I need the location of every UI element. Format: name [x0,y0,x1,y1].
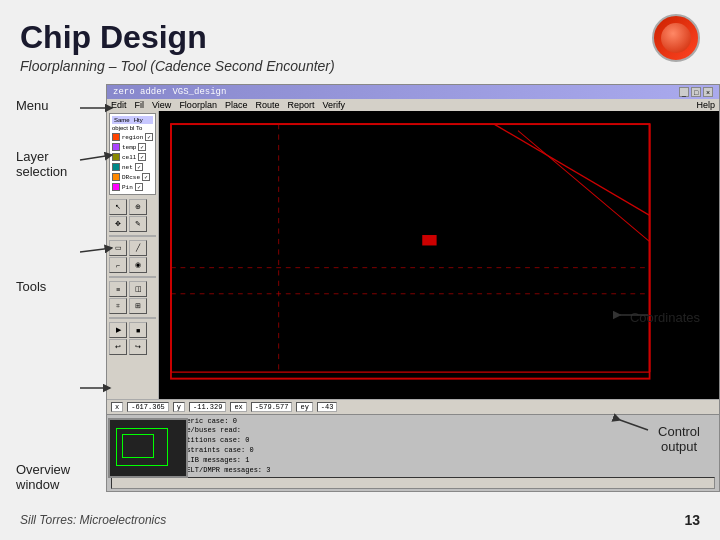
tool-btn-zoom[interactable]: ⊕ [129,199,147,215]
footer-page-number: 13 [684,512,700,528]
layer-row-pin: Pin [112,182,153,192]
tool-btn-edit[interactable]: ✎ [129,216,147,232]
cad-sidebar: Same Hty object bl To region temp [107,111,159,398]
cad-win-controls: _ □ × [679,87,713,97]
layer-row-net: net [112,162,153,172]
label-tools: Tools [16,279,106,294]
tool-btn-undo[interactable]: ↩ [109,339,127,355]
menu-help[interactable]: Help [696,100,715,110]
status-y-value: -11.329 [189,402,226,412]
tools-panel: ↖ ⊕ ✥ ✎ ▭ ╱ ⌐ [107,197,158,398]
menu-report[interactable]: Report [287,100,314,110]
page-title: Chip Design [20,18,700,56]
coordinates-label: Coordinates [630,310,700,325]
menu-place[interactable]: Place [225,100,248,110]
menu-fil[interactable]: Fil [135,100,145,110]
layer-name-temp: temp [122,144,136,151]
layer-name-pin: Pin [122,184,133,191]
overview-rect-inner [122,434,154,458]
console-line-2: ## 1 Number of wire/buses read: [111,426,715,436]
status-ex-value: -579.577 [251,402,293,412]
layer-color-cell [112,153,120,161]
svg-line-6 [518,131,650,242]
layer-row-temp: temp [112,142,153,152]
canvas-svg [159,111,719,398]
cad-titlebar: zero adder VGS_design _ □ × [107,85,719,99]
cad-canvas[interactable] [159,111,719,398]
page-background: Chip Design Floorplanning – Tool (Cadenc… [0,0,720,492]
tool-row-2: ✥ ✎ [109,216,156,232]
layer-check-temp[interactable] [138,143,146,151]
control-output-label: Control output [658,424,700,454]
tool-row-4: ⌐ ◉ [109,257,156,273]
layer-check-pin[interactable] [135,183,143,191]
cad-statusbar: x -617.365 y -11.329 ex -579.577 ey -43 [107,399,719,414]
tool-btn-move[interactable]: ✥ [109,216,127,232]
label-overview-window: Overview window [16,462,106,492]
cad-window: zero adder VGS_design _ □ × Edit Fil Vie… [106,84,720,492]
tool-btn-rect[interactable]: ▭ [109,240,127,256]
footer-text: Sill Torres: Microelectronics [20,513,166,527]
layer-row-cell: cell [112,152,153,162]
status-y-label: y [173,402,185,412]
layer-color-temp [112,143,120,151]
console-line-3: ## 1 Number of partitions case: 0 [111,436,715,446]
tool-btn-select[interactable]: ↖ [109,199,127,215]
status-ey-label: ey [296,402,312,412]
svg-rect-0 [171,124,650,379]
tool-divider-3 [109,317,156,319]
tool-row-5: ≡ ◫ [109,281,156,297]
tool-btn-grid[interactable]: ⊞ [129,298,147,314]
tool-divider-2 [109,276,156,278]
maximize-button[interactable]: □ [691,87,701,97]
status-x-value: -617.365 [127,402,169,412]
svg-line-5 [494,124,650,215]
status-ex-label: ex [230,402,246,412]
minimize-button[interactable]: _ [679,87,689,97]
console-line-5: ## 1 Number of FLWLIB messages: 1 [111,456,715,466]
menu-edit[interactable]: Edit [111,100,127,110]
menu-view[interactable]: View [152,100,171,110]
console-line-4: ## 1 Number of constraints case: 0 [111,446,715,456]
layer-color-drcse [112,173,120,181]
tool-btn-stop[interactable]: ■ [129,322,147,338]
menu-verify[interactable]: Verify [322,100,345,110]
layer-col-header: object bl To [112,124,153,132]
tool-row-6: ⌗ ⊞ [109,298,156,314]
layer-color-pin [112,183,120,191]
tool-row-1: ↖ ⊕ [109,199,156,215]
layer-check-cell[interactable] [138,153,146,161]
label-menu: Menu [16,98,106,113]
layer-header: Same Hty [112,116,153,124]
close-button[interactable]: × [703,87,713,97]
layer-header-same: Same [114,117,130,123]
cad-console: ## 1 Number of generic case: 0 ## 1 Numb… [107,414,719,492]
tool-btn-line[interactable]: ╱ [129,240,147,256]
tool-btn-snap[interactable]: ⌗ [109,298,127,314]
tool-btn-prop[interactable]: ≡ [109,281,127,297]
tool-btn-layer[interactable]: ◫ [129,281,147,297]
menu-floorplan[interactable]: Floorplan [179,100,217,110]
cad-menubar: Edit Fil View Floorplan Place Route Repo… [107,99,719,111]
tool-btn-wire[interactable]: ⌐ [109,257,127,273]
menu-route[interactable]: Route [255,100,279,110]
status-x-label: x [111,402,123,412]
console-input-bar[interactable] [111,477,715,489]
tool-btn-run[interactable]: ▶ [109,322,127,338]
layer-row-region: region [112,132,153,142]
layer-check-region[interactable] [145,133,153,141]
status-ey-value: -43 [317,402,338,412]
tool-btn-redo[interactable]: ↪ [129,339,147,355]
tool-row-3: ▭ ╱ [109,240,156,256]
layer-name-region: region [122,134,144,141]
cad-body: Same Hty object bl To region temp [107,111,719,398]
layer-check-drcse[interactable] [142,173,150,181]
layer-check-net[interactable] [135,163,143,171]
layer-panel: Same Hty object bl To region temp [109,113,156,195]
console-line-1: ## 1 Number of generic case: 0 [111,417,715,427]
layer-name-cell: cell [122,154,136,161]
tool-btn-via[interactable]: ◉ [129,257,147,273]
layer-color-region [112,133,120,141]
page-header: Chip Design Floorplanning – Tool (Cadenc… [0,0,720,80]
layer-row-drcse: DRcse [112,172,153,182]
